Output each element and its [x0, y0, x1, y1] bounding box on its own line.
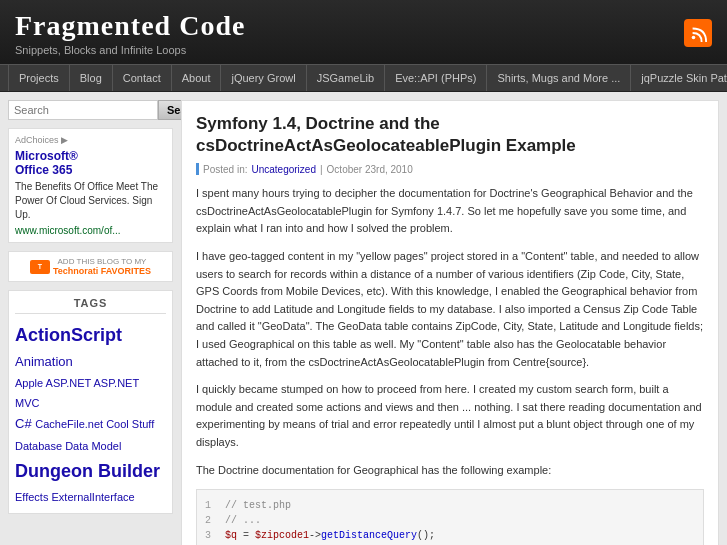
- tag-cool-stuff[interactable]: Cool Stuff: [106, 418, 154, 430]
- nav-item-contact[interactable]: Contact: [113, 65, 172, 91]
- tag-database[interactable]: Database: [15, 440, 65, 452]
- article-content: Symfony 1.4, Doctrine and the csDoctrine…: [181, 100, 719, 545]
- ad-choices-label[interactable]: AdChoices ▶: [15, 135, 166, 145]
- technorati-widget[interactable]: T ADD THIS BLOG TO MY Technorati FAVORIT…: [8, 251, 173, 282]
- tag-effects[interactable]: Effects: [15, 491, 51, 503]
- code-content: $q = $zipcode1->getDistanceQuery();: [225, 528, 435, 543]
- tag-external-interface[interactable]: ExternalInterface: [51, 491, 134, 503]
- ad-subtitle[interactable]: Office 365: [15, 163, 166, 177]
- meta-separator: |: [320, 164, 323, 175]
- code-line-3: 3 $q = $zipcode1->getDistanceQuery();: [205, 528, 695, 543]
- main-layout: Search AdChoices ▶ Microsoft® Office 365…: [0, 92, 727, 545]
- site-branding: Fragmented Code Snippets, Blocks and Inf…: [15, 10, 245, 56]
- tag-cloud: ActionScript Animation Apple ASP.NET ASP…: [15, 320, 166, 507]
- nav-item-about[interactable]: About: [172, 65, 222, 91]
- tag-csharp[interactable]: C#: [15, 416, 35, 431]
- rss-icon[interactable]: [684, 19, 712, 47]
- technorati-icon: T: [30, 260, 50, 274]
- tags-title: Tags: [15, 297, 166, 314]
- meta-date: October 23rd, 2010: [327, 164, 413, 175]
- article-paragraph-4: The Doctrine documentation for Geographi…: [196, 462, 704, 480]
- article-paragraph-3: I quickly became stumped on how to proce…: [196, 381, 704, 451]
- nav-item-projects[interactable]: Projects: [8, 65, 70, 91]
- article-paragraph-1: I spent many hours trying to decipher th…: [196, 185, 704, 238]
- main-nav: Projects Blog Contact About jQuery Growl…: [0, 64, 727, 92]
- tag-apple[interactable]: Apple: [15, 377, 46, 389]
- nav-item-jsgamelib[interactable]: JSGameLib: [307, 65, 385, 91]
- advertisement: AdChoices ▶ Microsoft® Office 365 The Be…: [8, 128, 173, 243]
- article-body: I spent many hours trying to decipher th…: [196, 185, 704, 545]
- tag-aspnet[interactable]: ASP.NET: [46, 377, 94, 389]
- ad-title[interactable]: Microsoft®: [15, 149, 166, 163]
- nav-item-shirts[interactable]: Shirts, Mugs and More ...: [487, 65, 631, 91]
- line-number: 2: [205, 513, 217, 528]
- search-input[interactable]: [8, 100, 158, 120]
- article-paragraph-2: I have geo-tagged content in my "yellow …: [196, 248, 704, 371]
- nav-item-jqpuzzle[interactable]: jqPuzzle Skin Patch: [631, 65, 727, 91]
- technorati-logo[interactable]: T ADD THIS BLOG TO MY Technorati FAVORIT…: [14, 257, 167, 276]
- code-line-2: 2 // ...: [205, 513, 695, 528]
- nav-item-jquery-growl[interactable]: jQuery Growl: [221, 65, 306, 91]
- line-number: 1: [205, 498, 217, 513]
- tag-cachefile[interactable]: CacheFile.net: [35, 418, 106, 430]
- ad-body-text: The Benefits Of Office Meet The Power Of…: [15, 180, 166, 222]
- tag-dungeon-builder[interactable]: Dungeon Builder: [15, 461, 160, 481]
- nav-item-blog[interactable]: Blog: [70, 65, 113, 91]
- line-number: 3: [205, 528, 217, 543]
- tags-widget: Tags ActionScript Animation Apple ASP.NE…: [8, 290, 173, 514]
- svg-point-0: [692, 36, 696, 40]
- code-block: 1 // test.php 2 // ... 3 $q = $zipcode1-…: [196, 489, 704, 545]
- code-content: // test.php: [225, 498, 291, 513]
- site-tagline: Snippets, Blocks and Infinite Loops: [15, 44, 245, 56]
- tag-data-model[interactable]: Data Model: [65, 440, 121, 452]
- tag-actionscript[interactable]: ActionScript: [15, 325, 122, 345]
- meta-posted-label: Posted in:: [203, 164, 247, 175]
- technorati-add-label: ADD THIS BLOG TO MY: [53, 257, 151, 266]
- article-meta: Posted in: Uncategorized | October 23rd,…: [196, 163, 704, 175]
- site-header: Fragmented Code Snippets, Blocks and Inf…: [0, 0, 727, 64]
- tag-animation[interactable]: Animation: [15, 354, 73, 369]
- article-title: Symfony 1.4, Doctrine and the csDoctrine…: [196, 113, 704, 157]
- search-form: Search: [8, 100, 173, 120]
- code-line-1: 1 // test.php: [205, 498, 695, 513]
- sidebar: Search AdChoices ▶ Microsoft® Office 365…: [8, 100, 173, 545]
- meta-category-link[interactable]: Uncategorized: [251, 164, 315, 175]
- code-content: // ...: [225, 513, 261, 528]
- meta-bar-decoration: [196, 163, 199, 175]
- ad-url[interactable]: www.microsoft.com/of...: [15, 225, 166, 236]
- technorati-favorites-label: Technorati FAVORITES: [53, 266, 151, 276]
- nav-item-eve-api[interactable]: Eve::API (PHPs): [385, 65, 487, 91]
- site-title: Fragmented Code: [15, 10, 245, 42]
